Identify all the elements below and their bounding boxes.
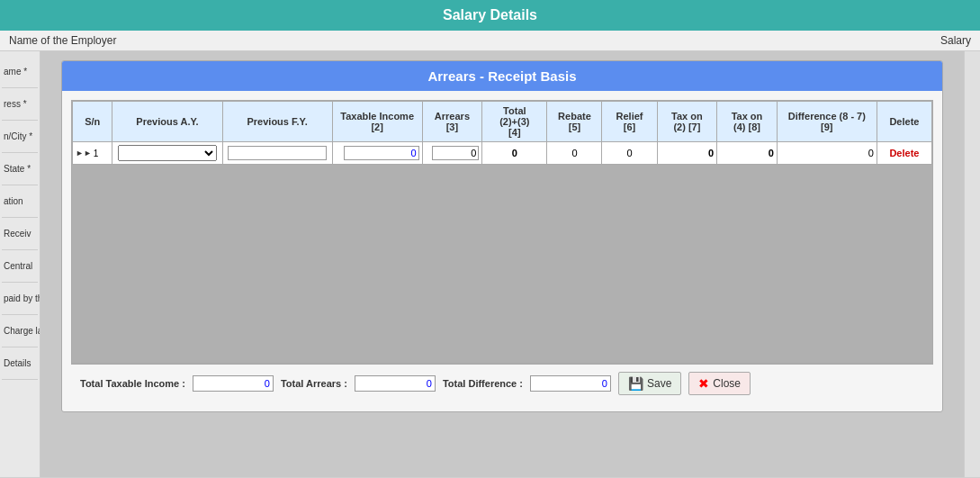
save-icon: 💾 <box>628 376 643 391</box>
sidebar-item-city: n/City * <box>2 121 38 153</box>
col-relief: Relief[6] <box>602 102 657 142</box>
row-rebate-value: 0 <box>571 148 577 158</box>
delete-button[interactable]: Delete <box>889 148 919 158</box>
col-prev-ay: Previous A.Y. <box>112 102 222 142</box>
total-difference-input[interactable] <box>530 375 611 392</box>
row-rebate: 0 <box>547 142 602 165</box>
row-arrears[interactable] <box>422 142 482 165</box>
arrears-table-wrapper: S/n Previous A.Y. Previous F.Y. Taxable … <box>71 100 933 364</box>
close-icon: ✖ <box>698 376 709 391</box>
total-taxable-label: Total Taxable Income : <box>80 378 185 389</box>
col-rebate: Rebate[5] <box>547 102 602 142</box>
row-prev-ay[interactable] <box>112 142 222 165</box>
dialog-title: Arrears - Receipt Basis <box>62 61 942 91</box>
row-tax-on-4: 0 <box>717 142 778 165</box>
row-taxable-income[interactable] <box>332 142 422 165</box>
save-label: Save <box>647 377 671 390</box>
row-total-value: 0 <box>512 148 517 158</box>
total-difference-label: Total Difference : <box>443 378 523 389</box>
dialog-content: S/n Previous A.Y. Previous F.Y. Taxable … <box>62 91 942 411</box>
sidebar-item-address: ress * <box>2 88 38 121</box>
dialog-box: Arrears - Receipt Basis S/n Previous A.Y… <box>61 60 943 412</box>
taxable-income-input[interactable] <box>344 146 419 160</box>
sidebar-item-name: ame * <box>2 56 38 88</box>
col-total: Total(2)+(3)[4] <box>482 102 547 142</box>
page-title: Salary Details <box>0 0 980 31</box>
sidebar-item-details: Details <box>2 347 38 380</box>
total-taxable-input[interactable] <box>193 375 274 392</box>
col-difference: Difference (8 - 7)[9] <box>777 102 877 142</box>
row-tax-on-2: 0 <box>657 142 717 165</box>
col-arrears: Arrears[3] <box>422 102 482 142</box>
sidebar-item-central: Central <box>2 250 38 283</box>
prev-ay-select[interactable] <box>118 145 216 161</box>
footer-bar: Total Taxable Income : Total Arrears : T… <box>71 364 933 402</box>
row-sn: ►► 1 <box>73 142 112 165</box>
row-relief-value: 0 <box>626 148 632 158</box>
row-tax-on-2-value: 0 <box>708 148 714 158</box>
nav-employer: Name of the Employer <box>9 34 116 47</box>
row-delete[interactable]: Delete <box>877 142 931 165</box>
total-arrears-label: Total Arrears : <box>281 378 347 389</box>
close-label: Close <box>713 377 741 390</box>
save-button[interactable]: 💾 Save <box>618 372 681 395</box>
col-delete: Delete <box>877 102 931 142</box>
nav-salary: Salary <box>940 34 971 47</box>
row-difference-value: 0 <box>868 148 874 158</box>
col-tax-on-2: Tax on(2) [7] <box>657 102 717 142</box>
arrears-table: S/n Previous A.Y. Previous F.Y. Taxable … <box>72 101 932 165</box>
close-button[interactable]: ✖ Close <box>688 372 751 395</box>
row-total: 0 <box>482 142 547 165</box>
left-sidebar: ame * ress * n/City * State * ation Rece… <box>0 51 40 477</box>
table-row: ►► 1 <box>73 142 932 165</box>
sidebar-item-ation: ation <box>2 185 38 218</box>
sidebar-item-paid: paid by the em <box>2 283 38 315</box>
col-taxable-income: Taxable Income[2] <box>332 102 422 142</box>
right-scrollbar[interactable] <box>964 51 980 477</box>
row-number: 1 <box>94 149 99 158</box>
content-area: Arrears - Receipt Basis S/n Previous A.Y… <box>40 51 964 477</box>
arrears-input[interactable] <box>432 146 479 160</box>
row-difference: 0 <box>777 142 877 165</box>
row-prev-fy[interactable] <box>222 142 332 165</box>
sidebar-item-state: State * <box>2 153 38 185</box>
col-prev-fy: Previous F.Y. <box>222 102 332 142</box>
prev-fy-input[interactable] <box>228 146 326 160</box>
sidebar-item-charge: Charge laries ( <box>2 315 38 347</box>
nav-bar: Name of the Employer Salary <box>0 31 980 51</box>
row-relief: 0 <box>602 142 657 165</box>
row-tax-on-4-value: 0 <box>769 148 774 158</box>
row-arrow-icon: ►► <box>76 149 92 158</box>
total-arrears-input[interactable] <box>355 375 436 392</box>
sidebar-item-receiv: Receiv <box>2 218 38 250</box>
data-area <box>72 165 932 363</box>
col-tax-on-4: Tax on(4) [8] <box>717 102 778 142</box>
col-sn: S/n <box>73 102 112 142</box>
